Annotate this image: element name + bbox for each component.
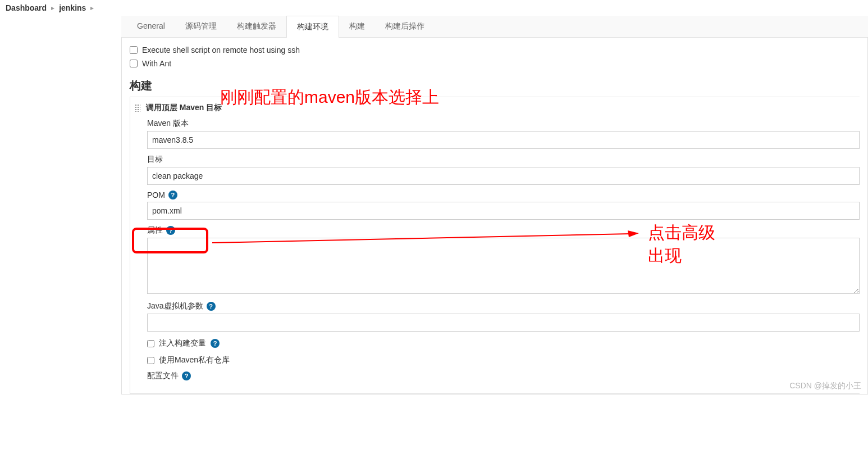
input-pom[interactable] [147, 202, 860, 220]
label-properties: 属性 [147, 225, 163, 235]
tab-build[interactable]: 构建 [339, 16, 375, 37]
help-icon[interactable]: ? [168, 191, 177, 200]
tabbar: General 源码管理 构建触发器 构建环境 构建 构建后操作 [121, 16, 868, 38]
input-target[interactable] [147, 167, 860, 185]
tab-build-env[interactable]: 构建环境 [286, 16, 339, 38]
help-icon[interactable]: ? [207, 302, 216, 311]
build-step-maven: 调用顶层 Maven 目标 Maven 版本 maven3.8.5 目标 POM… [130, 97, 860, 394]
tab-general[interactable]: General [127, 16, 175, 37]
label-pom: POM [147, 191, 165, 200]
build-step-title: 调用顶层 Maven 目标 [146, 103, 222, 113]
chevron-right-icon: ▸ [90, 4, 94, 12]
section-title-build: 构建 [130, 78, 860, 93]
textarea-properties[interactable] [147, 238, 860, 294]
panel-build-env: Execute shell script on remote host usin… [121, 38, 868, 395]
breadcrumb-jenkins[interactable]: jenkins [59, 3, 86, 12]
tab-build-triggers[interactable]: 构建触发器 [227, 16, 286, 37]
help-icon[interactable]: ? [182, 371, 191, 380]
label-target: 目标 [147, 155, 860, 165]
label-with-ant: With Ant [142, 59, 171, 68]
tab-scm[interactable]: 源码管理 [175, 16, 227, 37]
checkbox-use-private-repo[interactable] [147, 357, 154, 364]
select-maven-version[interactable]: maven3.8.5 [147, 131, 860, 149]
chevron-right-icon: ▸ [51, 4, 54, 12]
label-jvm-params: Java虚拟机参数 [147, 301, 203, 311]
label-use-private-repo: 使用Maven私有仓库 [159, 355, 230, 365]
watermark: CSDN @掉发的小王 [789, 381, 861, 391]
drag-handle-icon[interactable] [135, 104, 140, 112]
checkbox-execute-shell[interactable] [130, 46, 138, 54]
label-execute-shell: Execute shell script on remote host usin… [142, 46, 300, 55]
checkbox-with-ant[interactable] [130, 60, 138, 67]
breadcrumb-dashboard[interactable]: Dashboard [6, 3, 47, 12]
label-maven-version: Maven 版本 [147, 119, 860, 129]
checkbox-inject-build-vars[interactable] [147, 340, 154, 347]
help-icon[interactable]: ? [166, 226, 175, 235]
input-jvm-params[interactable] [147, 314, 860, 332]
label-config-file: 配置文件 [147, 371, 179, 381]
help-icon[interactable]: ? [211, 339, 220, 348]
tab-post-build[interactable]: 构建后操作 [375, 16, 435, 37]
breadcrumb: Dashboard ▸ jenkins ▸ [0, 0, 868, 16]
label-inject-build-vars: 注入构建变量 [159, 338, 206, 348]
